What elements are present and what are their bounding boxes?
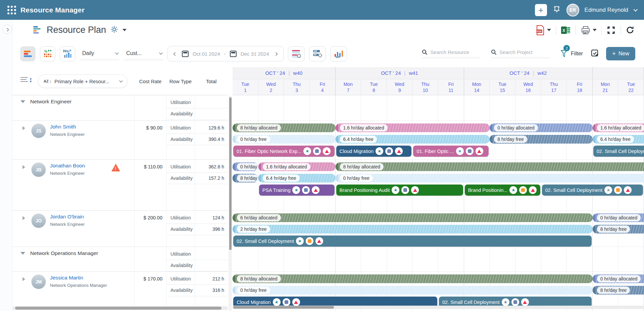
allocation-segment[interactable]: 1.6 hr/day allocated: [258, 162, 336, 171]
allocation-segment[interactable]: 8 hr/day allocated: [233, 274, 593, 283]
allocation-segment[interactable]: 0 hr/day free: [233, 135, 336, 144]
collapse-triangle-icon[interactable]: [20, 252, 25, 255]
segment-cap: [233, 225, 235, 234]
print-options-caret-icon: [593, 29, 597, 31]
project-bar[interactable]: 01. Fiber Optic Network Exp...★: [233, 146, 335, 157]
segment-cap: [258, 174, 261, 183]
panel-expand-button[interactable]: [3, 24, 12, 34]
project-bar[interactable]: 02. Small Cell Deployment: [593, 146, 644, 157]
print-button[interactable]: [581, 25, 597, 35]
view-hours-chart-button[interactable]: Hrs: [60, 46, 75, 61]
segment-value-pill: 6.4 hr/day free: [340, 136, 377, 143]
project-bar[interactable]: 02. Small Cell Deployment★: [542, 185, 643, 196]
prev-period-button[interactable]: [172, 50, 178, 58]
collapse-triangle-icon[interactable]: [20, 100, 25, 103]
allocation-segment[interactable]: 6.4 hr/day free: [593, 135, 644, 144]
subrow-divider: [166, 296, 228, 296]
date-range-preset-select[interactable]: Cust...: [123, 48, 163, 60]
project-bar[interactable]: 01. Fiber Optic ...★: [413, 146, 489, 157]
day-header-cell: Wed9: [387, 79, 413, 95]
allocation-segment[interactable]: 0 hr/day free: [336, 174, 644, 183]
allocation-segment[interactable]: 0 hr/day allocated: [490, 123, 593, 132]
allocation-segment[interactable]: 1.6 hr/day allocated: [593, 123, 644, 132]
gantt-group-row: [233, 247, 644, 272]
resource-name-link[interactable]: John Smith: [50, 124, 76, 130]
day-header-cell: Thu17: [541, 79, 567, 95]
project-bars-settings-button[interactable]: [309, 46, 326, 61]
export-excel-button[interactable]: X: [561, 25, 571, 35]
allocation-segment[interactable]: 8 hr/day free: [233, 174, 258, 183]
view-heatmap-button[interactable]: %: [40, 46, 55, 61]
utilisation-rows-settings-button[interactable]: [288, 46, 305, 61]
view-gantt-button[interactable]: [20, 46, 36, 61]
allocation-segment[interactable]: 8 hr/day free: [593, 286, 644, 295]
gantt-hscrollbar-thumb[interactable]: [233, 306, 334, 309]
triangle-icon: [411, 186, 419, 194]
end-date-value[interactable]: Dec 31 2024: [241, 51, 269, 57]
fullscreen-button[interactable]: [606, 25, 616, 35]
allocation-segment[interactable]: 6.4 hr/day free: [258, 174, 336, 183]
filter-button[interactable]: 2 Filter: [560, 49, 583, 58]
next-period-button[interactable]: [273, 50, 279, 58]
project-bar[interactable]: Brand Positionin...★: [465, 185, 540, 196]
segment-value-pill: 8 hr/day free: [237, 174, 258, 182]
vertical-scrollbar-thumb[interactable]: [229, 97, 232, 250]
segment-value-pill: 1.6 hr/day allocated: [340, 124, 388, 132]
expand-arrow-icon[interactable]: [22, 126, 25, 130]
plan-settings-caret-icon[interactable]: [122, 29, 127, 31]
overallocation-warning-icon[interactable]: [111, 164, 120, 171]
start-date-value[interactable]: Oct 01 2024: [193, 51, 220, 57]
project-bar[interactable]: Cloud Migration★: [336, 146, 412, 157]
project-bar[interactable]: 02. Small Cell Deployment★: [233, 236, 592, 247]
new-button[interactable]: + New: [606, 47, 635, 60]
allocation-segment[interactable]: 0 hr/day allocated: [233, 162, 258, 171]
allocation-segment[interactable]: 8 hr/day free: [490, 135, 593, 144]
segment-cap: [233, 274, 235, 283]
allocation-segment[interactable]: 0 hr/day allocated: [593, 274, 644, 283]
gantt-resource-row: 6 hr/day allocated0 hr/day allocated2 hr…: [233, 211, 644, 247]
app-grid-icon[interactable]: [7, 6, 16, 14]
sort-list-icon[interactable]: ▲▼: [20, 77, 29, 83]
square-icon: [614, 186, 622, 194]
quick-add-button[interactable]: +: [535, 4, 547, 16]
week-month-label: OCT ' 24: [381, 70, 401, 76]
star-icon: ★: [376, 147, 383, 155]
project-bar[interactable]: Brand Positioning Audit★: [336, 185, 463, 196]
allocation-segment[interactable]: 8 hr/day allocated: [233, 123, 336, 132]
bulk-edit-button[interactable]: [591, 49, 599, 59]
user-menu-chevron-icon[interactable]: [634, 7, 638, 12]
svg-text:PDF: PDF: [537, 30, 542, 33]
search-project-input[interactable]: [499, 49, 550, 55]
expand-arrow-icon[interactable]: [22, 165, 25, 169]
expand-arrow-icon[interactable]: [22, 216, 25, 220]
day-header-cell: Tue8: [361, 79, 387, 95]
project-bar[interactable]: PSA Training★: [259, 185, 335, 196]
export-pdf-button[interactable]: PDF: [536, 25, 551, 36]
allocation-segment[interactable]: 0 hr/day allocated: [593, 213, 644, 222]
segment-cap: [336, 162, 338, 171]
resource-name-link[interactable]: Jonathan Boon: [50, 163, 85, 169]
allocation-segment[interactable]: 8 hr/day allocated: [336, 162, 644, 171]
allocation-segment[interactable]: 6.4 hr/day free: [336, 135, 490, 144]
allocation-segment[interactable]: 0 hr/day free: [233, 286, 593, 295]
zoom-level-select[interactable]: Daily: [80, 48, 119, 60]
expand-arrow-icon[interactable]: [22, 277, 25, 281]
notifications-bell-icon[interactable]: [552, 5, 561, 15]
allocation-segment[interactable]: 2 hr/day free: [233, 225, 593, 234]
search-resource-input[interactable]: [430, 49, 481, 55]
group-by-select[interactable]: AZ ↕ Primary Role + Resour...: [38, 74, 128, 88]
allocation-segment[interactable]: 8 hr/day free: [593, 225, 644, 234]
user-name[interactable]: Edmund Reynold: [585, 7, 628, 13]
kpis-button[interactable]: KPI: [330, 46, 347, 61]
gantt-panel: OCT ' 24|w40OCT ' 24|w41OCT ' 24|w42 Tue…: [233, 67, 644, 311]
plan-settings-gear-icon[interactable]: [110, 25, 118, 35]
table-hscrollbar-thumb[interactable]: [15, 307, 221, 310]
user-avatar[interactable]: ER: [566, 4, 579, 16]
allocation-segment[interactable]: 6 hr/day allocated: [233, 213, 593, 222]
allocation-segment[interactable]: 1.6 hr/day allocated: [336, 123, 490, 132]
refresh-button[interactable]: [626, 25, 635, 35]
segment-value-pill: 8 hr/day free: [597, 225, 630, 233]
resource-name-link[interactable]: Jessica Martin: [50, 275, 83, 281]
resource-name-link[interactable]: Jordan O'brain: [50, 214, 84, 220]
chevron-down-icon: [115, 51, 119, 54]
